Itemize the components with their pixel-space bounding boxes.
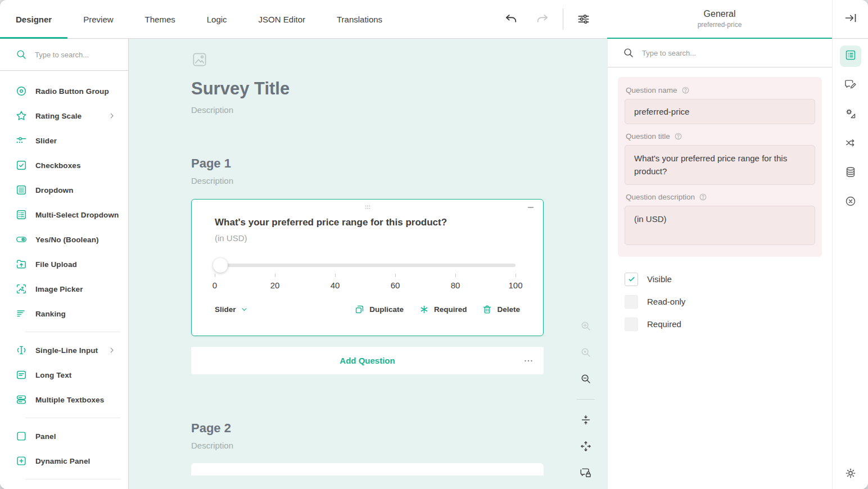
survey-lock-icon[interactable] [580, 467, 592, 479]
collapse-question-icon[interactable] [526, 203, 535, 214]
toolbox-item-panel[interactable]: Panel [0, 424, 128, 449]
required-button[interactable]: Required [419, 304, 467, 315]
grid-list-icon [844, 49, 857, 64]
slider-thumb[interactable] [213, 258, 228, 273]
question-description-field[interactable]: (in USD) [625, 206, 815, 245]
toolbox-search-input[interactable] [35, 51, 119, 59]
slider-tick-label: 0 [213, 280, 217, 290]
property-search-input[interactable] [642, 49, 783, 57]
page-2-description[interactable]: Description [191, 441, 544, 450]
fit-page-icon[interactable] [580, 440, 592, 452]
slider-tick [516, 274, 516, 277]
toolbox-item-checkboxes[interactable]: Checkboxes [0, 153, 128, 178]
property-panel-header: General preferred-price [607, 0, 832, 39]
asterisk-icon [419, 304, 430, 315]
page-2-header: Page 2 Description [191, 421, 544, 450]
page-2-title[interactable]: Page 2 [191, 421, 544, 436]
question-card-selected[interactable]: What's your preferred price range for th… [191, 199, 544, 336]
question-title-field[interactable]: What's your preferred price range for th… [625, 145, 815, 185]
survey-title[interactable]: Survey Title [191, 79, 544, 99]
tab-translations[interactable]: Translations [321, 0, 398, 38]
category-tab-display[interactable] [840, 75, 861, 96]
question-name-field[interactable]: preferred-price [625, 99, 815, 124]
survey-logo-placeholder-icon[interactable] [191, 60, 208, 70]
toolbox-item-multi-select-dropdown[interactable]: Multi-Select Dropdown [0, 202, 128, 227]
zoom-in-icon[interactable] [580, 320, 592, 332]
toolbox-item-dropdown[interactable]: Dropdown [0, 178, 128, 202]
tab-json-editor[interactable]: JSON Editor [243, 0, 321, 38]
collapse-panel-button[interactable] [832, 0, 868, 39]
slider-track[interactable] [215, 264, 516, 267]
duplicate-button[interactable]: Duplicate [354, 304, 404, 315]
toolbox-item-file-upload[interactable]: File Upload [0, 252, 128, 277]
unchecked-checkbox[interactable] [625, 318, 638, 331]
toolbox-item-yes-no-boolean[interactable]: Yes/No (Boolean) [0, 227, 128, 252]
top-toolbar: Designer Preview Themes Logic JSON Edito… [0, 0, 607, 39]
help-icon[interactable] [699, 193, 707, 201]
tab-preview[interactable]: Preview [67, 0, 129, 38]
settings-sliders-icon[interactable] [572, 8, 595, 30]
collapse-all-icon[interactable] [580, 414, 592, 426]
add-question-menu-icon[interactable] [522, 347, 535, 374]
category-tab-data[interactable] [840, 162, 861, 184]
dropdown-icon [15, 184, 28, 196]
category-tab-logic[interactable] [840, 133, 861, 155]
toolbox-item-dynamic-panel[interactable]: Dynamic Panel [0, 449, 128, 473]
zoom-out-icon[interactable] [580, 373, 592, 385]
property-panel: Question name preferred-price Question t… [607, 39, 832, 489]
toolbox-item-single-line-input[interactable]: Single-Line Input [0, 338, 128, 363]
toolbox-item-multiple-textboxes[interactable]: Multiple Textboxes [0, 387, 128, 412]
chevron-right-icon[interactable] [108, 346, 116, 354]
toolbar-divider [563, 8, 563, 30]
unchecked-checkbox[interactable] [625, 295, 638, 309]
panel-icon [15, 430, 28, 442]
trash-icon [482, 304, 492, 315]
chevron-right-icon[interactable] [108, 112, 116, 120]
toolbox-item-radio-button-group[interactable]: Radio Button Group [0, 79, 128, 103]
property-search[interactable] [608, 39, 832, 67]
help-icon[interactable] [681, 86, 690, 94]
toolbox-sidebar: Radio Button GroupRating ScaleSliderChec… [0, 39, 129, 489]
drag-handle-icon[interactable] [362, 203, 373, 214]
toolbox-item-slider[interactable]: Slider [0, 128, 128, 153]
page-1-title[interactable]: Page 1 [191, 156, 544, 171]
tab-themes[interactable]: Themes [129, 0, 191, 38]
creator-settings-gear-icon[interactable] [844, 467, 857, 480]
highlighted-property-group: Question name preferred-price Question t… [618, 77, 822, 257]
property-category-strip [832, 39, 868, 489]
tab-designer[interactable]: Designer [0, 0, 67, 38]
checkbox-read-only[interactable]: Read-only [625, 291, 822, 313]
survey-description[interactable]: Description [191, 105, 544, 115]
checkbox-required[interactable]: Required [625, 313, 822, 336]
question-type-selector[interactable]: Slider [215, 305, 248, 314]
canvas-tools [576, 320, 596, 479]
checked-checkbox[interactable] [625, 273, 638, 286]
toolbox-item-long-text[interactable]: Long Text [0, 363, 128, 387]
image-picker-icon [15, 283, 28, 295]
search-icon [622, 47, 635, 59]
category-tab-validation[interactable] [840, 192, 861, 213]
add-question-button[interactable]: Add Question [191, 347, 544, 374]
help-icon[interactable] [674, 132, 682, 141]
toolbox-search[interactable] [0, 39, 128, 71]
checkbox-visible[interactable]: Visible [625, 268, 822, 291]
page-1-description[interactable]: Description [191, 176, 544, 185]
question-actions: Duplicate Required Delete [354, 304, 520, 315]
category-tab-general[interactable] [840, 46, 861, 67]
toolbox-item-image-picker[interactable]: Image Picker [0, 277, 128, 301]
property-panel-body: Question name preferred-price Question t… [608, 67, 832, 336]
delete-button[interactable]: Delete [482, 304, 520, 315]
question-card-partial[interactable] [191, 463, 544, 476]
tab-logic[interactable]: Logic [191, 0, 243, 38]
category-tab-design[interactable] [840, 104, 861, 125]
redo-icon[interactable] [531, 8, 554, 30]
slider-tick [215, 274, 215, 277]
toolbox-item-ranking[interactable]: Ranking [0, 301, 128, 326]
zoom-actual-icon[interactable] [580, 346, 592, 359]
toolbox-item-rating-scale[interactable]: Rating Scale [0, 103, 128, 128]
property-panel-title: General [704, 9, 736, 19]
undo-icon[interactable] [500, 8, 522, 30]
single-line-icon [15, 344, 28, 356]
question-description[interactable]: (in USD) [215, 233, 520, 243]
boolean-properties: VisibleRead-onlyRequired [618, 257, 822, 336]
